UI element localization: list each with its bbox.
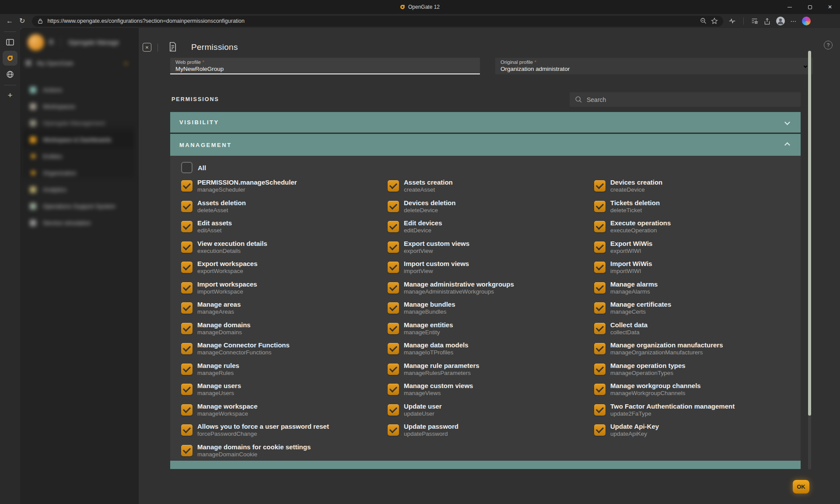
permission-item: Devices deletion deleteDevice: [388, 196, 582, 217]
permission-checkbox[interactable]: [388, 201, 399, 212]
permission-text: Tickets deletion deleteTicket: [610, 199, 660, 214]
scrollbar-thumb[interactable]: [808, 51, 811, 416]
sidebar-item[interactable]: Opengate Management: [23, 115, 134, 131]
permission-checkbox[interactable]: [388, 180, 399, 192]
tab-panel-icon[interactable]: [6, 35, 14, 49]
active-tab-favicon[interactable]: [3, 51, 18, 66]
permission-checkbox[interactable]: [181, 302, 192, 314]
refresh-icon[interactable]: ↻: [19, 18, 25, 24]
permission-checkbox[interactable]: [594, 323, 606, 334]
user-avatar[interactable]: [28, 34, 44, 51]
restore-button[interactable]: [800, 0, 820, 14]
permission-checkbox[interactable]: [388, 404, 399, 416]
select-all-row[interactable]: All: [181, 162, 206, 173]
permission-checkbox[interactable]: [388, 323, 399, 334]
zoom-out-icon[interactable]: [700, 18, 707, 24]
close-window-button[interactable]: ✕: [820, 0, 840, 14]
scrollbar-track[interactable]: [808, 51, 811, 469]
favorite-star-icon[interactable]: [711, 18, 718, 24]
workspace-selector[interactable]: My OpenGate: [25, 57, 133, 69]
new-tab-icon[interactable]: +: [7, 89, 12, 102]
permission-item: PERMISSION.manageScheduler manageSchedul…: [181, 176, 376, 196]
permission-checkbox[interactable]: [181, 180, 192, 192]
permission-checkbox[interactable]: [388, 343, 399, 354]
permission-text: Assets creation createAsset: [404, 178, 453, 193]
permission-checkbox[interactable]: [181, 262, 192, 273]
permission-text: Manage rules manageRules: [197, 362, 239, 377]
globe-tab-icon[interactable]: [6, 67, 14, 81]
permission-title: Update Api-Key: [610, 423, 659, 430]
dialog-close-button[interactable]: ✕: [143, 43, 151, 52]
copilot-icon[interactable]: [802, 17, 811, 25]
permission-checkbox[interactable]: [181, 323, 192, 334]
sidebar-item[interactable]: Entities: [23, 148, 134, 164]
permission-code: manageBundles: [404, 308, 455, 315]
address-bar[interactable]: https://www.opengate.es/configurations?s…: [32, 16, 723, 27]
permission-code: manageRules: [197, 370, 239, 377]
permission-checkbox[interactable]: [181, 201, 192, 212]
search-box[interactable]: [570, 92, 801, 107]
permission-checkbox[interactable]: [181, 282, 192, 294]
sidebar-item[interactable]: Actions: [23, 81, 134, 98]
visibility-section-header[interactable]: VISIBILITY: [170, 112, 801, 133]
permission-checkbox[interactable]: [181, 242, 192, 253]
sidebar-item[interactable]: Workspaces: [23, 98, 134, 115]
permission-title: Edit devices: [404, 219, 442, 227]
permission-checkbox[interactable]: [594, 384, 606, 395]
permission-checkbox[interactable]: [388, 384, 399, 395]
share-icon[interactable]: [763, 18, 771, 25]
permission-item: Devices creation createDevice: [594, 176, 800, 196]
sidebar-item[interactable]: Workspace & Dashboards: [23, 131, 134, 148]
help-icon[interactable]: ?: [824, 41, 833, 49]
permission-item: Manage administrative workgroups manageA…: [388, 278, 582, 298]
permission-checkbox[interactable]: [594, 424, 606, 436]
permission-checkbox[interactable]: [594, 364, 606, 375]
permission-checkbox[interactable]: [594, 302, 606, 314]
search-input[interactable]: [587, 96, 795, 103]
permission-checkbox[interactable]: [388, 364, 399, 375]
permission-checkbox[interactable]: [388, 262, 399, 273]
permission-checkbox[interactable]: [388, 221, 399, 232]
select-all-checkbox[interactable]: [181, 162, 192, 173]
permission-checkbox[interactable]: [594, 180, 606, 192]
permission-text: Allows you to force a user password rese…: [197, 423, 329, 438]
permission-checkbox[interactable]: [594, 343, 606, 354]
permission-checkbox[interactable]: [594, 262, 606, 273]
permission-checkbox[interactable]: [388, 282, 399, 294]
permission-checkbox[interactable]: [594, 282, 606, 294]
permission-checkbox[interactable]: [181, 424, 192, 436]
permission-text: Manage entities manageEntity: [404, 321, 453, 336]
browser-essentials-icon[interactable]: [728, 18, 736, 24]
ok-button[interactable]: OK: [793, 480, 809, 494]
permission-checkbox[interactable]: [594, 404, 606, 416]
management-section-header[interactable]: MANAGEMENT: [170, 134, 801, 156]
back-icon[interactable]: ←: [6, 18, 13, 24]
page-title: Permissions: [191, 42, 238, 52]
permission-item: Collect data collectData: [594, 318, 800, 339]
permission-checkbox[interactable]: [181, 445, 192, 456]
favorites-bar-icon[interactable]: [751, 18, 758, 24]
web-profile-field[interactable]: Web profile *: [170, 58, 480, 74]
sidebar-item[interactable]: Analytics: [23, 181, 134, 198]
profile-avatar[interactable]: [776, 17, 785, 25]
permission-text: Manage organization manufacturers manage…: [610, 341, 723, 356]
sidebar-item[interactable]: Operations Support System: [23, 198, 134, 214]
permission-checkbox[interactable]: [181, 343, 192, 354]
sidebar-menu: Actions Workspaces Opengate Management W…: [23, 81, 134, 231]
permission-checkbox[interactable]: [181, 404, 192, 416]
web-profile-input[interactable]: [175, 66, 475, 72]
permission-checkbox[interactable]: [594, 221, 606, 232]
settings-more-icon[interactable]: ⋯: [790, 18, 797, 24]
permission-checkbox[interactable]: [181, 221, 192, 232]
minimize-button[interactable]: [780, 0, 800, 14]
permission-checkbox[interactable]: [388, 424, 399, 436]
permission-checkbox[interactable]: [388, 242, 399, 253]
sidebar-item[interactable]: Service simulation: [23, 214, 134, 231]
permission-checkbox[interactable]: [181, 364, 192, 375]
permission-checkbox[interactable]: [181, 384, 192, 395]
permission-checkbox[interactable]: [594, 201, 606, 212]
sidebar-item[interactable]: Organization: [23, 164, 134, 181]
original-profile-select[interactable]: Original profile * Organization administ…: [495, 58, 813, 74]
permission-checkbox[interactable]: [594, 242, 606, 253]
permission-checkbox[interactable]: [388, 302, 399, 314]
